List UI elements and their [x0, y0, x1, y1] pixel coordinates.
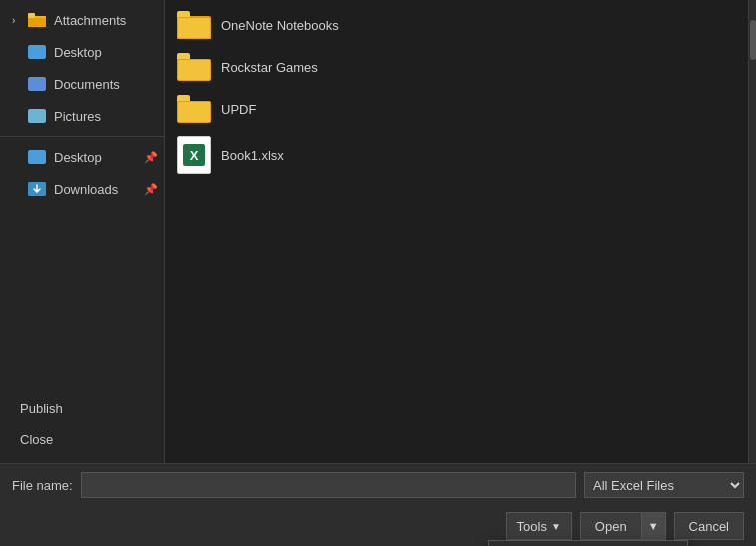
sidebar-label-documents: Documents — [54, 77, 120, 92]
main-area: › Attachments › Desktop — [0, 0, 756, 463]
file-name-book1: Book1.xlsx — [221, 148, 284, 163]
svg-rect-3 — [28, 18, 46, 27]
folder-icon-rockstar — [177, 53, 211, 81]
tools-label: Tools — [517, 519, 547, 534]
pin-icon-downloads: 📌 — [144, 183, 158, 196]
sidebar-item-documents[interactable]: › Documents — [0, 68, 164, 100]
folder-icon-updf — [177, 95, 211, 123]
sidebar-item-desktop[interactable]: › Desktop — [0, 36, 164, 68]
dropdown-item-open[interactable]: Open — [489, 541, 687, 546]
tools-chevron-icon: ▼ — [551, 521, 561, 532]
cancel-button[interactable]: Cancel — [674, 512, 744, 540]
file-item-onenote[interactable]: OneNote Notebooks — [165, 4, 748, 46]
sidebar-item-attachments[interactable]: › Attachments — [0, 4, 164, 36]
excel-badge: X — [183, 144, 205, 166]
open-dropdown-button[interactable]: ▼ — [641, 512, 666, 540]
folder-icon — [28, 13, 46, 27]
open-arrow-icon: ▼ — [648, 520, 659, 532]
sidebar-item-desktop-pinned[interactable]: › Desktop 📌 — [0, 141, 164, 173]
excel-icon-book1: X — [177, 136, 211, 174]
divider — [0, 136, 164, 137]
file-open-dialog: › Attachments › Desktop — [0, 0, 756, 546]
sidebar-label-desktop: Desktop — [54, 45, 102, 60]
sidebar-label-desktop-pinned: Desktop — [54, 150, 102, 165]
downloads-icon — [28, 182, 46, 196]
file-item-rockstar[interactable]: Rockstar Games — [165, 46, 748, 88]
close-action[interactable]: Close — [0, 424, 164, 455]
chevron-icon: › — [12, 15, 22, 26]
filename-input[interactable] — [81, 472, 576, 498]
scrollbar-thumb — [750, 20, 756, 60]
sidebar: › Attachments › Desktop — [0, 0, 165, 463]
documents-icon — [28, 77, 46, 91]
toolbar-row: Tools ▼ Open ▼ Cancel Open Open Read-Onl… — [0, 506, 756, 546]
filename-label: File name: — [12, 478, 73, 493]
file-name-rockstar: Rockstar Games — [221, 60, 318, 75]
filetype-select[interactable]: All Excel Files Excel Workbook (*.xlsx) … — [584, 472, 744, 498]
sidebar-item-pictures[interactable]: › Pictures — [0, 100, 164, 132]
left-actions: Publish Close — [0, 385, 164, 463]
pictures-icon — [28, 109, 46, 123]
pin-icon: 📌 — [144, 151, 158, 164]
svg-rect-17 — [178, 102, 210, 122]
tools-button[interactable]: Tools ▼ — [506, 512, 572, 540]
file-name-onenote: OneNote Notebooks — [221, 18, 339, 33]
desktop-pinned-icon — [28, 150, 46, 164]
file-item-book1[interactable]: X Book1.xlsx — [165, 130, 748, 180]
folder-icon-onenote — [177, 11, 211, 39]
sidebar-label-downloads: Downloads — [54, 182, 118, 197]
file-item-updf[interactable]: UPDF — [165, 88, 748, 130]
right-scrollbar[interactable] — [748, 0, 756, 463]
publish-action[interactable]: Publish — [0, 393, 164, 424]
bottom-bar: File name: All Excel Files Excel Workboo… — [0, 463, 756, 506]
open-button-group: Open ▼ — [580, 512, 666, 540]
sidebar-item-downloads[interactable]: › Downloads 📌 — [0, 173, 164, 205]
svg-rect-4 — [28, 13, 35, 18]
open-button[interactable]: Open — [580, 512, 641, 540]
sidebar-label-pictures: Pictures — [54, 109, 101, 124]
svg-rect-14 — [178, 60, 210, 80]
file-name-updf: UPDF — [221, 102, 256, 117]
sidebar-label-attachments: Attachments — [54, 13, 126, 28]
desktop-icon — [28, 45, 46, 59]
file-list: OneNote Notebooks Rockstar Games — [165, 0, 748, 463]
svg-rect-11 — [178, 18, 210, 38]
open-dropdown-menu: Open Open Read-Only Open as Copy Open in… — [488, 540, 688, 546]
